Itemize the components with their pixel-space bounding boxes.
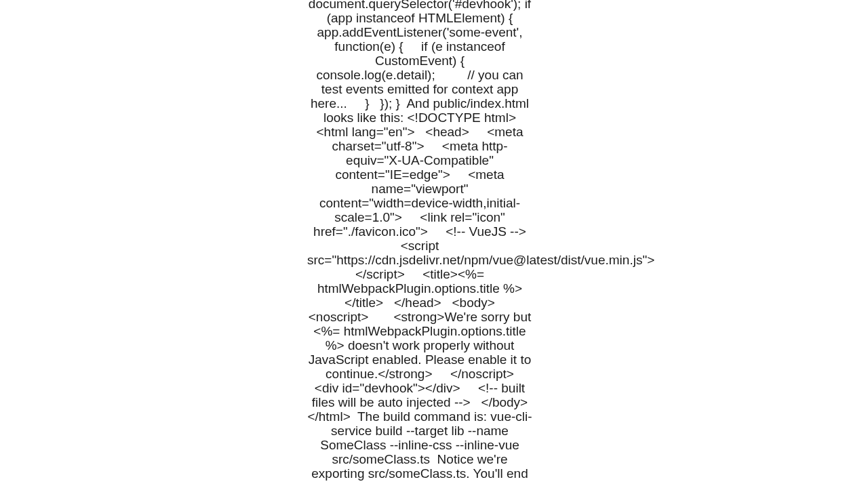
document-content: document.querySelector('#devhook'); if (… [307, 0, 532, 481]
